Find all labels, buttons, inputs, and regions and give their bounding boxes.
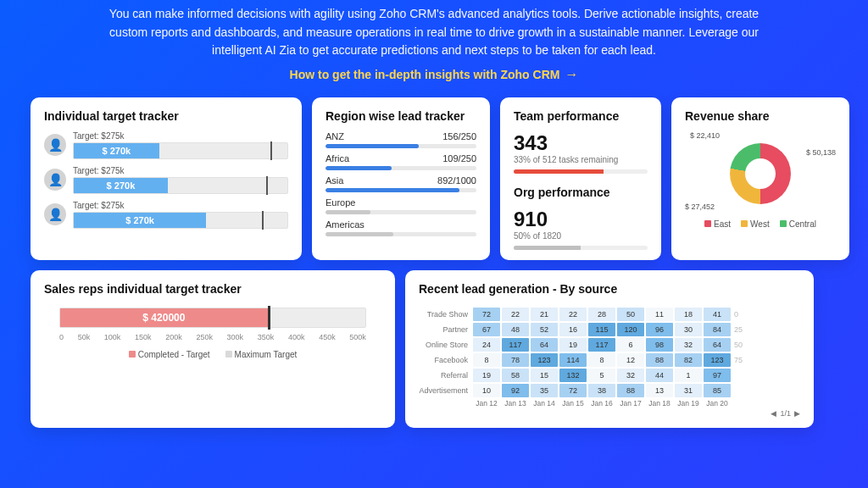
hero: You can make informed decisions with agi… [0,0,868,89]
target-row: 👤 Target: $275k $ 270k [44,166,288,194]
legend-central: Central [780,219,816,229]
heatmap-cell: 48 [502,323,529,336]
heatmap-cell: 19 [473,369,500,382]
heatmap-cell: 8 [473,353,500,367]
region-name: Asia [326,175,343,186]
avatar-icon: 👤 [44,169,66,191]
legend-completed: Completed - Target [129,350,210,359]
heatmap-prev[interactable]: ◀ [771,409,776,418]
axis-tick: 300k [227,333,244,341]
region-bar [326,188,476,192]
heatmap-cell: 15 [531,369,558,382]
card-lead-heatmap: Recent lead generation - By source Trade… [405,270,814,428]
org-progress [514,246,648,250]
axis-tick: 450k [319,333,336,341]
heatmap-cell: 13 [646,384,673,397]
heatmap-cell: 5 [588,369,615,382]
heatmap-cell: 72 [473,308,500,321]
heatmap-cell: 115 [588,323,615,336]
rs-label-top: $ 22,410 [690,131,720,140]
card-region-leads: Region wise lead tracker ANZ156/250 Afri… [312,97,490,260]
heatmap-row-label: Partner [419,325,471,334]
heatmap-cell: 12 [617,353,644,367]
heatmap-cell: 21 [531,308,558,321]
heatmap-cell: 8 [588,353,615,367]
region-row: Asia892/1000 [326,175,476,186]
axis-tick: 500k [349,333,366,341]
axis-tick: 350k [258,333,275,341]
target-label: Target: $275k [73,201,288,210]
legend-east: East [704,219,731,229]
arrow-right-icon: → [565,67,578,82]
heatmap-cell: 132 [559,369,587,382]
region-bar [326,166,476,170]
donut-chart: $ 22,410 $ 50,138 $ 27,452 [685,131,836,216]
heatmap-cell: 84 [704,323,731,336]
heatmap-cell: 24 [473,338,500,352]
heatmap-cell: 114 [559,353,587,367]
axis-tick: 50k [78,333,91,341]
card-title: Recent lead generation - By source [419,282,800,296]
avatar-icon: 👤 [44,203,66,225]
sr-axis: 050k100k150k200k250k300k350k400k450k500k [59,333,366,341]
axis-tick: 250k [196,333,213,341]
card-title: Individual target tracker [44,109,288,123]
heatmap-cell: 64 [704,338,731,352]
heatmap-cell: 50 [617,308,644,321]
heatmap-grid: Trade Show7222212228501118410Partner6748… [419,308,800,408]
heatmap-cell: 10 [473,384,500,397]
card-individual-target: Individual target tracker 👤 Target: $275… [31,97,302,260]
region-name: Africa [326,153,349,164]
cta-label: How to get the in-depth insights with Zo… [290,68,560,81]
heatmap-row-label: Facebook [419,356,471,364]
hero-copy: You can make informed decisions with agi… [102,5,766,60]
heatmap-cell: 117 [588,338,615,352]
heatmap-scale-tick: 25 [732,325,748,334]
heatmap-cell: 22 [502,308,529,321]
heatmap-cell: 88 [617,384,644,397]
heatmap-cell: 88 [646,353,673,367]
region-row: Africa109/250 [326,153,476,164]
target-row: 👤 Target: $275k $ 270k [44,201,288,229]
target-label: Target: $275k [73,131,288,141]
card-title: Revenue share [685,109,836,123]
cta-link[interactable]: How to get the in-depth insights with Zo… [290,67,579,82]
heatmap-cell: 92 [502,384,529,397]
card-sales-reps-target: Sales reps individual target tracker $ 4… [31,270,395,428]
region-score: 892/1000 [437,175,476,186]
heatmap-cell: 41 [704,308,731,321]
rs-legend: East West Central [685,219,836,229]
target-label: Target: $275k [73,166,288,175]
heatmap-cell: 35 [531,384,558,397]
axis-tick: 200k [165,333,182,341]
region-row: Europe [326,197,476,208]
axis-tick: 100k [104,333,121,341]
heatmap-col-label: Jan 20 [704,399,731,408]
heatmap-scale-tick: 50 [732,341,748,349]
region-row: Americas [326,219,476,230]
heatmap-next[interactable]: ▶ [794,409,800,418]
heatmap-cell: 52 [531,323,558,336]
sr-value: $ 420000 [142,312,185,324]
heatmap-cell: 117 [502,338,529,352]
team-progress [514,169,648,174]
heatmap-cell: 123 [531,353,558,367]
sales-reps-bar: $ 420000 [59,308,366,328]
card-title: Org performance [514,186,648,199]
heatmap-col-label: Jan 17 [617,399,644,408]
axis-tick: 150k [135,333,152,341]
region-name: ANZ [326,131,344,141]
heatmap-cell: 38 [588,384,615,397]
heatmap-cell: 78 [502,353,529,367]
heatmap-col-label: Jan 12 [473,399,500,408]
region-row: ANZ156/250 [326,131,476,141]
heatmap-row-label: Trade Show [419,310,471,319]
heatmap-col-label: Jan 19 [675,399,702,408]
axis-tick: 400k [288,333,305,341]
heatmap-cell: 98 [646,338,673,352]
heatmap-cell: 58 [502,369,529,382]
card-title: Region wise lead tracker [326,109,476,123]
target-bar: $ 270k [73,142,288,159]
team-value: 343 [514,131,648,155]
heatmap-col-label: Jan 16 [588,399,615,408]
